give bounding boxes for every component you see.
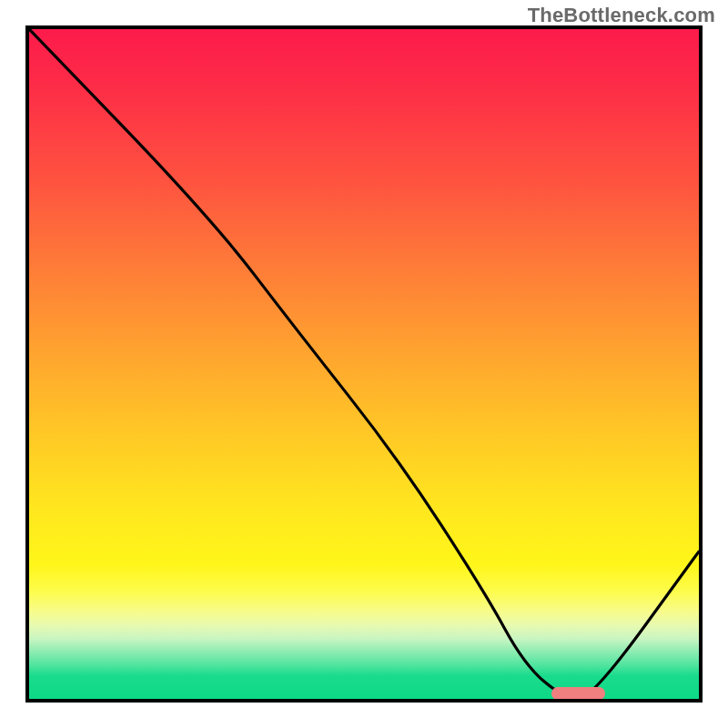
chart-curve-layer bbox=[29, 29, 699, 699]
optimal-range-marker bbox=[551, 687, 605, 700]
chart-frame bbox=[25, 25, 703, 703]
watermark-text: TheBottleneck.com bbox=[528, 4, 715, 27]
bottleneck-curve-path bbox=[29, 29, 699, 699]
